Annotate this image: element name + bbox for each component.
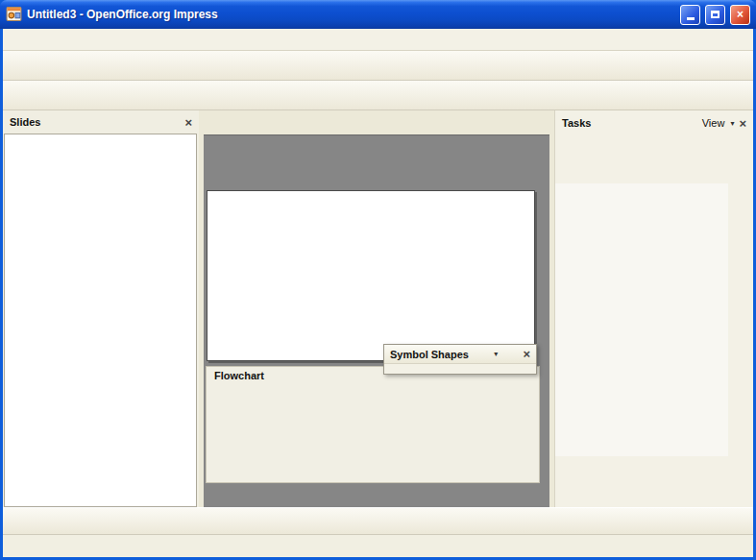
maximize-icon — [711, 11, 719, 18]
window-title: Untitled3 - OpenOffice.org Impress — [27, 8, 675, 21]
chevron-down-icon: ▾ — [730, 119, 734, 128]
minimize-button[interactable] — [680, 5, 700, 25]
maximize-button[interactable] — [705, 5, 725, 25]
slide-canvas[interactable] — [207, 190, 535, 361]
workspace-area: Flowchart — [204, 110, 554, 507]
symbol-shapes-palette: Symbol Shapes ▾ × — [383, 344, 537, 375]
symbol-shape-grid — [384, 364, 536, 374]
view-tabs — [204, 110, 554, 134]
slides-panel-title: Slides — [10, 116, 40, 128]
tasks-panel: Tasks View ▾ × — [554, 110, 753, 507]
status-bar — [3, 535, 753, 557]
application-window: Untitled3 - OpenOffice.org Impress × Sli… — [0, 0, 756, 560]
impress-app-icon — [6, 6, 22, 24]
minimize-icon — [687, 17, 695, 20]
standard-toolbar — [3, 51, 753, 81]
symbol-shapes-title: Symbol Shapes — [390, 349, 469, 360]
window-content: Slides × Flowchart — [3, 29, 753, 557]
palette-menu-icon[interactable]: ▾ — [494, 350, 498, 358]
palette-close-icon[interactable]: × — [523, 348, 530, 360]
flowchart-toolbar: Flowchart — [206, 366, 540, 483]
layouts-grid — [555, 183, 728, 456]
close-button[interactable]: × — [730, 5, 750, 25]
tasks-view-label: View — [702, 117, 725, 129]
flowchart-shape-grid — [207, 382, 539, 384]
slides-panel-header: Slides × — [3, 110, 199, 134]
tasks-panel-header: Tasks View ▾ × — [555, 110, 753, 135]
workspace: Flowchart — [204, 134, 554, 507]
tasks-panel-title: Tasks — [562, 117, 591, 129]
drawing-toolbar — [3, 507, 753, 535]
tasks-view-menu[interactable]: View ▾ × — [702, 117, 746, 130]
slides-panel-close-icon[interactable]: × — [184, 116, 192, 129]
main-area: Slides × Flowchart — [3, 110, 753, 507]
slide-list — [4, 134, 197, 507]
tasks-panel-close-icon[interactable]: × — [739, 117, 746, 130]
title-bar: Untitled3 - OpenOffice.org Impress × — [0, 0, 756, 29]
slides-panel: Slides × — [3, 110, 199, 507]
line-and-filling-toolbar — [3, 81, 753, 110]
menu-bar — [3, 29, 753, 51]
symbol-shapes-title-bar[interactable]: Symbol Shapes ▾ × — [384, 345, 536, 364]
